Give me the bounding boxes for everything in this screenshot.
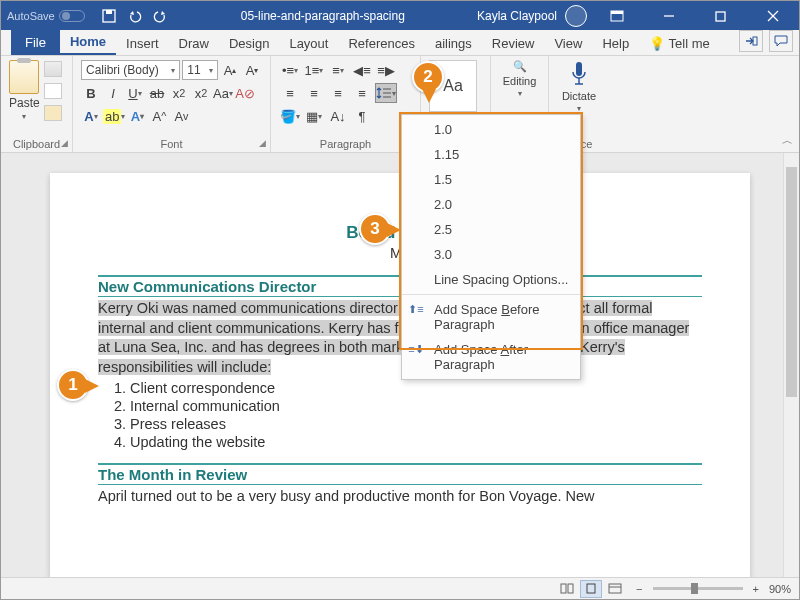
list-item[interactable]: Internal communication: [130, 397, 702, 415]
callout-3: 3: [359, 213, 391, 245]
heading-1: New Communications Director: [98, 275, 702, 297]
document-area: Board of Dire Ma New Communications Dire…: [1, 153, 799, 577]
print-layout-icon[interactable]: [580, 580, 602, 598]
tab-layout[interactable]: Layout: [279, 32, 338, 55]
launcher-icon[interactable]: ◢: [61, 138, 68, 148]
spacing-3-0[interactable]: 3.0: [402, 242, 580, 267]
spacing-2-5[interactable]: 2.5: [402, 217, 580, 242]
spacing-1-0[interactable]: 1.0: [402, 117, 580, 142]
tab-insert[interactable]: Insert: [116, 32, 169, 55]
paragraph-selected[interactable]: Kerry Oki was named communications direc…: [98, 299, 702, 377]
dictate-button[interactable]: Dictate▾: [557, 60, 601, 113]
spacing-2-0[interactable]: 2.0: [402, 192, 580, 217]
zoom-slider[interactable]: [653, 587, 743, 590]
spacing-1-5[interactable]: 1.5: [402, 167, 580, 192]
share-button[interactable]: [739, 30, 763, 52]
tab-mailings[interactable]: ailings: [425, 32, 482, 55]
zoom-out-button[interactable]: −: [636, 583, 642, 595]
cut-icon[interactable]: [44, 61, 62, 77]
italic-button[interactable]: I: [103, 83, 123, 103]
tab-references[interactable]: References: [338, 32, 424, 55]
launcher-icon[interactable]: ◢: [259, 138, 266, 148]
format-painter-icon[interactable]: [44, 105, 62, 121]
list-item[interactable]: Press releases: [130, 415, 702, 433]
tab-view[interactable]: View: [544, 32, 592, 55]
clear-format-icon[interactable]: A⊘: [235, 83, 255, 103]
show-marks-icon[interactable]: ¶: [351, 106, 373, 126]
space-before-icon: ⬆≡: [408, 301, 424, 317]
paragraph[interactable]: April turned out to be a very busy and p…: [98, 487, 702, 507]
spacing-1-15[interactable]: 1.15: [402, 142, 580, 167]
line-spacing-options[interactable]: Line Spacing Options...: [402, 267, 580, 292]
save-icon[interactable]: [101, 8, 117, 24]
close-button[interactable]: [751, 1, 795, 30]
align-right-icon[interactable]: ≡: [327, 83, 349, 103]
sort-icon[interactable]: A↓: [327, 106, 349, 126]
font-size-combo[interactable]: 11▾: [182, 60, 218, 80]
add-space-before[interactable]: ⬆≡Add Space Before Paragraph: [402, 297, 580, 337]
svg-rect-12: [576, 62, 582, 76]
char-shading-icon[interactable]: Av: [171, 106, 191, 126]
redo-icon[interactable]: [153, 8, 169, 24]
line-spacing-button[interactable]: ▾: [375, 83, 397, 103]
read-mode-icon[interactable]: [556, 580, 578, 598]
find-icon[interactable]: 🔍: [513, 60, 527, 73]
numbering-button[interactable]: 1≡▾: [303, 60, 325, 80]
list-item[interactable]: Client correspondence: [130, 379, 702, 397]
tab-file[interactable]: File: [11, 30, 60, 55]
char-border-icon[interactable]: A^: [149, 106, 169, 126]
change-case-button[interactable]: Aa▾: [213, 83, 233, 103]
ribbon: Paste ▾ Clipboard◢ Calibri (Body)▾ 11▾ A…: [1, 56, 799, 153]
font-color-button[interactable]: A▾: [81, 106, 101, 126]
borders-button[interactable]: ▦▾: [303, 106, 325, 126]
user-name[interactable]: Kayla Claypool: [477, 9, 557, 23]
font-name-combo[interactable]: Calibri (Body)▾: [81, 60, 180, 80]
tab-design[interactable]: Design: [219, 32, 279, 55]
underline-button[interactable]: U▾: [125, 83, 145, 103]
tab-help[interactable]: Help: [592, 32, 639, 55]
ribbon-display-icon[interactable]: [595, 1, 639, 30]
minimize-button[interactable]: [647, 1, 691, 30]
shading-button[interactable]: 🪣▾: [279, 106, 301, 126]
zoom-in-button[interactable]: +: [753, 583, 759, 595]
list-item[interactable]: Updating the website: [130, 433, 702, 451]
undo-icon[interactable]: [127, 8, 143, 24]
justify-icon[interactable]: ≡: [351, 83, 373, 103]
subscript-button[interactable]: x2: [169, 83, 189, 103]
grow-font-icon[interactable]: A▴: [220, 60, 240, 80]
web-layout-icon[interactable]: [604, 580, 626, 598]
heading-2: The Month in Review: [98, 463, 702, 485]
space-after-icon: ≡⬇: [408, 341, 424, 357]
align-center-icon[interactable]: ≡: [303, 83, 325, 103]
maximize-button[interactable]: [699, 1, 743, 30]
tell-me[interactable]: 💡 Tell me: [639, 32, 720, 55]
increase-indent-icon[interactable]: ≡▶: [375, 60, 397, 80]
zoom-level[interactable]: 90%: [769, 583, 791, 595]
superscript-button[interactable]: x2: [191, 83, 211, 103]
shrink-font-icon[interactable]: A▾: [242, 60, 262, 80]
bullets-button[interactable]: •≡▾: [279, 60, 301, 80]
svg-rect-3: [611, 11, 623, 14]
multilevel-button[interactable]: ≡▾: [327, 60, 349, 80]
bold-button[interactable]: B: [81, 83, 101, 103]
status-bar: − + 90%: [1, 577, 799, 599]
tab-draw[interactable]: Draw: [169, 32, 219, 55]
tab-home[interactable]: Home: [60, 30, 116, 55]
paste-button[interactable]: Paste ▾: [9, 60, 40, 121]
comments-button[interactable]: [769, 30, 793, 52]
copy-icon[interactable]: [44, 83, 62, 99]
vertical-scrollbar[interactable]: [783, 153, 799, 577]
add-space-after[interactable]: ≡⬇Add Space After Paragraph: [402, 337, 580, 377]
align-left-icon[interactable]: ≡: [279, 83, 301, 103]
ordered-list[interactable]: Client correspondence Internal communica…: [130, 379, 702, 451]
decrease-indent-icon[interactable]: ◀≡: [351, 60, 373, 80]
highlight-button[interactable]: ab▾: [103, 106, 125, 126]
tab-review[interactable]: Review: [482, 32, 545, 55]
strikethrough-button[interactable]: ab: [147, 83, 167, 103]
text-effects-button[interactable]: A▾: [127, 106, 147, 126]
collapse-ribbon-icon[interactable]: ︿: [782, 133, 793, 148]
avatar[interactable]: [565, 5, 587, 27]
editing-label: Editing: [503, 75, 537, 87]
group-paragraph: Paragraph◢: [279, 136, 412, 150]
autosave-toggle[interactable]: AutoSave: [7, 10, 85, 22]
